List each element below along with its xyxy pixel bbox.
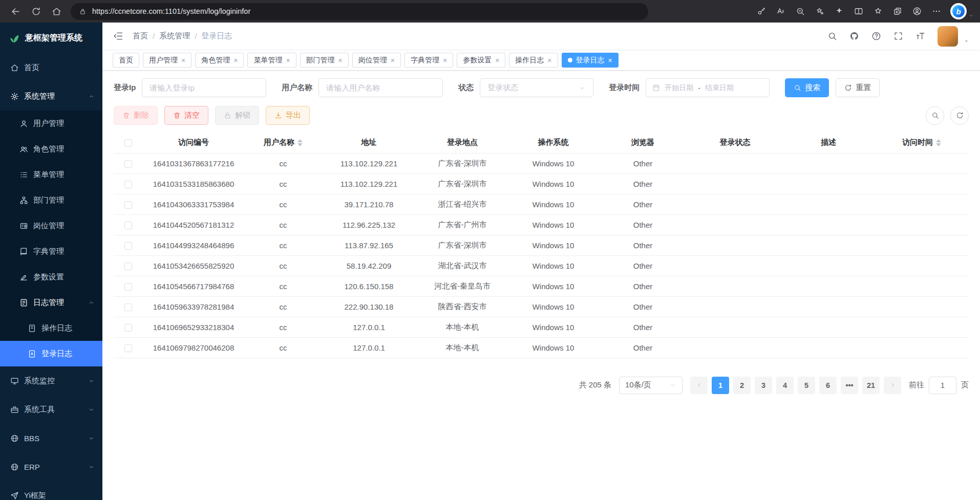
tab-user-admin[interactable]: 用户管理× — [143, 53, 191, 68]
github-icon[interactable] — [849, 31, 859, 41]
sidebar-item-log-admin[interactable]: 日志管理 — [0, 290, 102, 315]
breadcrumb-item[interactable]: 首页 — [133, 31, 148, 41]
tab-close-icon[interactable]: × — [495, 57, 499, 64]
sidebar-item-user-admin[interactable]: 用户管理 — [0, 111, 102, 136]
page-size-select[interactable]: 10条/页 — [619, 377, 683, 394]
date-range-picker[interactable]: 开始日期 - 结束日期 — [646, 78, 770, 97]
user-avatar[interactable] — [938, 26, 958, 47]
site-info-icon[interactable] — [79, 8, 87, 15]
page-button-4[interactable]: 4 — [776, 377, 794, 394]
table-search-icon-button[interactable] — [926, 106, 944, 125]
tab-close-icon[interactable]: × — [608, 57, 612, 64]
sidebar-item-home[interactable]: 首页 — [0, 53, 102, 82]
page-button-21[interactable]: 21 — [862, 377, 880, 394]
column-header[interactable]: 用户名称 — [245, 132, 322, 153]
tab-close-icon[interactable]: × — [391, 57, 395, 64]
row-checkbox[interactable] — [124, 201, 132, 209]
copilot-icon[interactable] — [830, 3, 848, 20]
favorite-add-icon[interactable] — [811, 3, 828, 20]
user-name-input[interactable] — [318, 78, 443, 97]
sidebar-item-login-log[interactable]: 登录日志 — [0, 341, 102, 366]
sidebar-item-yi-framework[interactable]: Yi框架 — [0, 481, 102, 500]
fullscreen-icon[interactable] — [893, 31, 903, 41]
bing-copilot-icon[interactable]: b — [950, 3, 967, 19]
tab-close-icon[interactable]: × — [286, 57, 290, 64]
tab-menu-admin[interactable]: 菜单管理× — [247, 53, 296, 68]
font-size-icon[interactable] — [915, 31, 925, 41]
delete-button[interactable]: 删除 — [114, 106, 158, 125]
sidebar-item-menu-admin[interactable]: 菜单管理 — [0, 162, 102, 187]
sort-icon[interactable] — [936, 139, 941, 146]
split-screen-icon[interactable] — [850, 3, 867, 20]
help-icon[interactable] — [871, 31, 881, 41]
row-checkbox[interactable] — [124, 160, 132, 168]
read-aloud-icon[interactable] — [772, 3, 790, 20]
prev-page-button[interactable] — [690, 377, 708, 394]
table-reload-icon-button[interactable] — [950, 106, 969, 125]
collections-icon[interactable] — [889, 3, 906, 20]
favorites-icon[interactable] — [869, 3, 887, 20]
row-checkbox[interactable] — [124, 263, 132, 270]
sort-icon[interactable] — [297, 139, 303, 146]
row-checkbox[interactable] — [124, 344, 132, 352]
reload-icon[interactable] — [27, 3, 45, 20]
tab-post-admin[interactable]: 岗位管理× — [352, 53, 401, 68]
more-icon[interactable] — [928, 3, 945, 20]
row-checkbox[interactable] — [124, 181, 132, 188]
row-checkbox[interactable] — [124, 222, 132, 229]
tab-home[interactable]: 首页 — [113, 53, 139, 68]
key-icon[interactable] — [753, 3, 770, 20]
bing-caret-icon[interactable] — [968, 13, 974, 18]
sidebar-item-dict-admin[interactable]: 字典管理 — [0, 238, 102, 264]
login-ip-input[interactable] — [142, 78, 266, 97]
tab-close-icon[interactable]: × — [338, 57, 343, 64]
more-pages-button[interactable]: ••• — [841, 377, 858, 394]
tab-role-admin[interactable]: 角色管理× — [195, 53, 244, 68]
home-icon[interactable] — [47, 3, 66, 20]
avatar-caret-icon[interactable] — [963, 38, 970, 45]
sidebar-item-param-settings[interactable]: 参数设置 — [0, 264, 102, 290]
sidebar-item-system-monitor[interactable]: 系统监控 — [0, 366, 102, 395]
page-button-3[interactable]: 3 — [755, 377, 772, 394]
tab-param-settings[interactable]: 参数设置× — [457, 53, 505, 68]
column-header[interactable]: 访问时间 — [875, 132, 969, 153]
tab-operation-log[interactable]: 操作日志× — [509, 53, 558, 68]
tab-login-log[interactable]: 登录日志× — [562, 53, 619, 68]
search-button[interactable]: 搜索 — [785, 78, 829, 97]
tab-close-icon[interactable]: × — [547, 57, 551, 64]
sidebar-item-dept-admin[interactable]: 部门管理 — [0, 187, 102, 213]
sidebar-item-post-admin[interactable]: 岗位管理 — [0, 213, 102, 238]
back-icon[interactable] — [6, 3, 25, 20]
row-checkbox[interactable] — [124, 283, 132, 291]
tab-dept-admin[interactable]: 部门管理× — [300, 53, 349, 68]
breadcrumb-item[interactable]: 系统管理 — [159, 31, 190, 41]
status-select[interactable]: 登录状态 — [480, 78, 593, 97]
goto-page-input[interactable] — [929, 377, 956, 394]
sidebar-item-operation-log[interactable]: 操作日志 — [0, 315, 102, 341]
reset-button[interactable]: 重置 — [836, 78, 880, 97]
collapse-sidebar-icon[interactable] — [113, 31, 123, 41]
tab-close-icon[interactable]: × — [181, 57, 185, 64]
sidebar-item-erp[interactable]: ERP — [0, 452, 102, 481]
tab-dict-admin[interactable]: 字典管理× — [404, 53, 453, 68]
unlock-button[interactable]: 解锁 — [215, 106, 259, 125]
page-button-1[interactable]: 1 — [712, 377, 729, 394]
row-checkbox[interactable] — [124, 242, 132, 250]
tab-close-icon[interactable]: × — [233, 57, 238, 64]
select-all-checkbox[interactable] — [124, 139, 132, 147]
page-button-6[interactable]: 6 — [819, 377, 837, 394]
zoom-out-icon[interactable] — [792, 3, 809, 20]
tab-close-icon[interactable]: × — [443, 57, 447, 64]
clear-button[interactable]: 清空 — [164, 106, 208, 125]
profile-icon[interactable] — [908, 3, 926, 20]
page-button-2[interactable]: 2 — [733, 377, 751, 394]
next-page-button[interactable] — [884, 377, 901, 394]
sidebar-item-role-admin[interactable]: 角色管理 — [0, 136, 102, 162]
export-button[interactable]: 导出 — [266, 106, 310, 125]
row-checkbox[interactable] — [124, 303, 132, 311]
search-icon[interactable] — [827, 31, 837, 41]
row-checkbox[interactable] — [124, 324, 132, 332]
sidebar-item-system-tools[interactable]: 系统工具 — [0, 395, 102, 424]
sidebar-item-bbs[interactable]: BBS — [0, 424, 102, 452]
page-button-5[interactable]: 5 — [798, 377, 815, 394]
